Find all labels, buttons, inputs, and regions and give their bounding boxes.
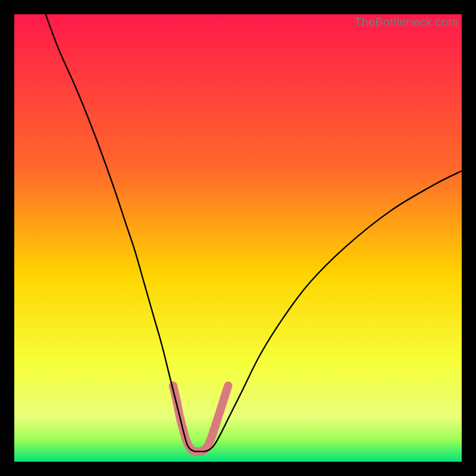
curve-accent-segment [173,386,228,452]
bottleneck-curve [14,14,462,462]
chart-frame: TheBottleneck.com [14,14,462,462]
curve-main [46,14,462,452]
watermark-text: TheBottleneck.com [354,15,458,29]
